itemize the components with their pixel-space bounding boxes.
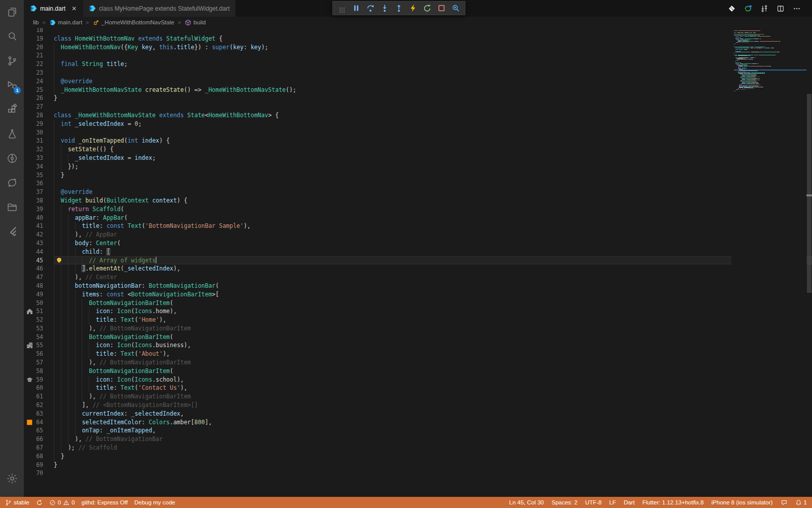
status-encoding[interactable]: UTF-8 [585,499,602,505]
gutter[interactable]: 58 [24,367,54,376]
gutter[interactable]: 29 [24,120,54,128]
code-text[interactable]: title: Text('Home'), [54,316,812,324]
gutter[interactable]: 37 [24,188,54,196]
gutter[interactable]: 19 [24,35,54,43]
gutter[interactable]: 61 [24,392,54,401]
code-text[interactable]: } [54,461,812,469]
code-text[interactable]: bottomNavigationBar: BottomNavigationBar… [54,282,812,290]
status-debug-my-code[interactable]: Debug my code [134,499,176,505]
code-text[interactable]: _HomeWithBottomNavState createState() =>… [54,86,812,94]
code-line[interactable]: 66 ), // BottomNavigationBar [24,435,812,444]
gutter[interactable]: 39 [24,205,54,214]
gutter[interactable]: 27 [24,103,54,111]
status-language[interactable]: Dart [624,499,635,505]
status-feedback[interactable] [781,499,788,506]
gutter[interactable]: 53 [24,324,54,333]
code-line[interactable]: 33 _selectedIndex = index; [24,154,812,162]
hot-reload-button[interactable] [408,3,418,13]
code-line[interactable]: 23 [24,69,812,77]
code-text[interactable]: title: Text('About'), [54,350,812,358]
code-text[interactable] [54,28,812,35]
code-line[interactable]: 60 title: Text('Contact Us'), [24,384,812,392]
code-text[interactable]: ), // AppBar [54,230,812,239]
gutter[interactable]: 21 [24,51,54,60]
code-text[interactable]: } [54,452,812,461]
gutter[interactable]: 63 [24,410,54,418]
code-text[interactable]: onTap: _onItemTapped, [54,426,812,435]
gutter[interactable]: 28 [24,111,54,120]
gutter[interactable]: 30 [24,128,54,137]
status-indentation[interactable]: Spaces: 2 [552,499,578,505]
code-line[interactable]: 31 void _onItemTapped(int index) { [24,137,812,145]
gutter[interactable]: 54 [24,333,54,342]
code-line[interactable]: 62 ], // <BottomNavigationBarItem>[] [24,401,812,410]
code-text[interactable]: final String title; [54,60,812,69]
code-text[interactable]: setState(() { [54,145,812,154]
code-line[interactable]: 39 return Scaffold( [24,205,812,214]
code-line[interactable]: 56 title: Text('About'), [24,350,812,358]
code-line[interactable]: 48 bottomNavigationBar: BottomNavigation… [24,282,812,290]
gutter[interactable]: 62 [24,401,54,410]
gutter[interactable]: 59 [24,376,54,384]
gutter[interactable]: 32 [24,145,54,154]
run-debug-icon[interactable]: 1 [0,73,24,97]
scrollbar-thumb[interactable] [807,94,811,293]
code-text[interactable]: icon: Icon(Icons.school), [54,376,812,384]
gutter[interactable]: 67 [24,444,54,452]
code-text[interactable]: BottomNavigationBarItem( [54,367,812,376]
code-line[interactable]: 63 currentIndex: _selectedIndex, [24,410,812,418]
code-line[interactable]: 59 icon: Icon(Icons.school), [24,376,812,384]
status-branch[interactable]: stable [5,499,29,506]
more-actions-icon[interactable] [793,5,801,13]
code-text[interactable]: @override [54,188,812,196]
search-icon[interactable] [0,24,24,49]
status-flutter-version[interactable]: Flutter: 1.12.13+hotfix.8 [642,499,704,505]
code-line[interactable]: 37 @override [24,188,812,196]
code-text[interactable]: ].elementAt(_selectedIndex), [54,264,812,273]
code-text[interactable]: Widget build(BuildContext context) { [54,196,812,205]
breadcrumb-main-dart[interactable]: main.dart [49,19,82,26]
gutter[interactable]: 46 [24,264,54,273]
code-line[interactable]: 64 selectedItemColor: Colors.amber[800], [24,418,812,427]
gutter[interactable]: 69 [24,461,54,469]
code-text[interactable] [54,69,812,77]
code-text[interactable]: class _HomeWithBottomNavState extends St… [54,111,812,120]
code-text[interactable]: appBar: AppBar( [54,214,812,222]
gitlens-icon[interactable] [0,146,24,171]
code-line[interactable]: 29 int _selectedIndex = 0; [24,120,812,128]
gutter[interactable]: 36 [24,179,54,188]
breadcrumb-method[interactable]: build [185,19,206,26]
gutter[interactable]: 47 [24,273,54,282]
code-line[interactable]: 34 }); [24,162,812,171]
pause-button[interactable] [351,3,361,13]
code-line[interactable]: 26} [24,94,812,103]
gutter[interactable]: 60 [24,384,54,392]
gutter[interactable]: 35 [24,171,54,180]
live-diff-extension-icon[interactable] [0,171,24,195]
code-line[interactable]: 54 BottomNavigationBarItem( [24,333,812,342]
gutter[interactable]: 64 [24,418,54,427]
code-line[interactable]: 38 Widget build(BuildContext context) { [24,196,812,205]
gutter[interactable]: 41 [24,222,54,230]
code-text[interactable]: currentIndex: _selectedIndex, [54,410,812,418]
code-line[interactable]: 36 [24,179,812,188]
code-line[interactable]: 20 HomeWithBottomNav({Key key, this.titl… [24,43,812,52]
status-eol[interactable]: LF [609,499,616,505]
code-text[interactable]: child: [ [54,248,812,256]
gutter[interactable]: 48 [24,282,54,290]
code-line[interactable]: 67 ); // Scaffold [24,444,812,452]
gutter[interactable]: 51 [24,307,54,316]
gutter[interactable]: 49 [24,290,54,299]
code-line[interactable]: 65 onTap: _onItemTapped, [24,426,812,435]
gutter[interactable]: 68 [24,452,54,461]
code-text[interactable]: ); // Scaffold [54,444,812,452]
gutter[interactable]: 50 [24,299,54,308]
explorer-icon[interactable] [0,0,24,24]
code-text[interactable] [54,103,812,111]
code-text[interactable]: selectedItemColor: Colors.amber[800], [54,418,812,427]
gutter[interactable]: 18 [24,28,54,35]
code-line[interactable]: 52 title: Text('Home'), [24,316,812,324]
code-line[interactable]: 57 ), // BottomNavigationBarItem [24,358,812,367]
minimap[interactable] [731,28,806,497]
code-text[interactable]: icon: Icon(Icons.home), [54,307,812,316]
